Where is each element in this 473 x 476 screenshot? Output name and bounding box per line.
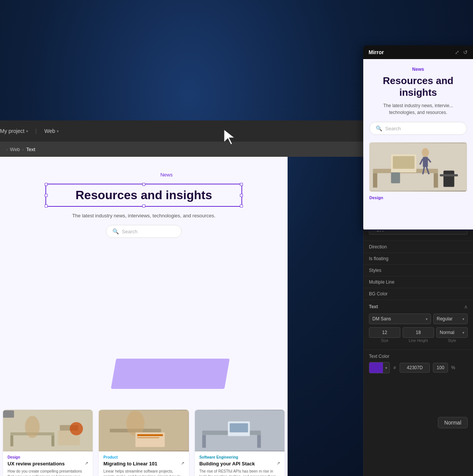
card-image-2 — [99, 410, 188, 451]
card-arrow-3: ↗ — [277, 461, 280, 466]
header-project[interactable]: My project ▾ — [0, 128, 28, 134]
direction-row: Direction — [364, 241, 473, 253]
svg-rect-28 — [391, 173, 400, 184]
card-arrow-2: ↗ — [181, 461, 184, 466]
card-title-2: Migrating to Linear 101 ↗ — [103, 461, 184, 467]
is-floating-row: Is floating — [364, 253, 473, 265]
mirror-title: Mirror — [369, 49, 384, 55]
canvas-title[interactable]: Resources and insights — [52, 188, 235, 202]
svg-rect-14 — [137, 437, 159, 438]
handle-br[interactable] — [240, 204, 243, 208]
header-web[interactable]: Web ▾ — [44, 128, 59, 134]
canvas-search-icon: 🔍 — [112, 228, 119, 234]
blog-card-2[interactable]: Product Migrating to Linear 101 ↗ Linear… — [99, 410, 188, 476]
font-family-chevron-icon: ▾ — [426, 317, 428, 321]
color-swatch-wrapper[interactable]: ▾ — [369, 362, 390, 373]
canvas-area: News Resources and insights The latest i… — [0, 157, 288, 476]
color-hash: # — [393, 365, 397, 370]
card-image-1 — [3, 410, 93, 451]
decorative-shape — [111, 359, 230, 389]
breadcrumb-sep1: › — [22, 147, 24, 152]
is-floating-label: Is floating — [369, 256, 388, 261]
card-category-1: Design — [8, 455, 88, 459]
canvas-news-label: News — [160, 172, 173, 178]
opacity-field[interactable]: 100 — [433, 363, 448, 373]
color-arrow-icon[interactable]: ▾ — [383, 366, 389, 370]
card-image-3 — [195, 410, 285, 451]
line-height-wrapper: 18 Line Height — [403, 327, 434, 343]
card-desc-1: How do you create compelling presentatio… — [8, 469, 88, 476]
mirror-heading-line2: insights — [369, 87, 467, 98]
line-height-label: Line Height — [403, 339, 434, 343]
line-height-field[interactable]: 18 — [403, 327, 434, 338]
color-swatch — [369, 362, 383, 373]
svg-rect-18 — [257, 435, 261, 448]
handle-ml[interactable] — [45, 194, 48, 197]
font-size-field[interactable]: 12 — [369, 327, 400, 338]
card-desc-2: Linear helps streamline software project… — [103, 469, 184, 476]
handle-tr[interactable] — [240, 183, 243, 186]
blog-card-3[interactable]: Software Engineering Building your API S… — [195, 410, 285, 476]
percent-label: % — [451, 365, 455, 370]
card-category-2: Product — [103, 455, 184, 459]
breadcrumb-arrow: › — [6, 147, 8, 152]
text-section-collapse-button[interactable]: ∧ — [464, 304, 468, 310]
svg-rect-3 — [51, 435, 54, 446]
mirror-search-text: Search — [385, 126, 401, 131]
text-section-title: Text — [369, 304, 378, 309]
svg-point-7 — [70, 422, 83, 435]
web-label: Web — [44, 128, 55, 134]
mirror-news-label: News — [369, 67, 467, 72]
handle-mr[interactable] — [240, 194, 243, 197]
mirror-search-icon: 🔍 — [376, 125, 382, 131]
card-category-3: Software Engineering — [199, 455, 280, 459]
bg-color-label: BG Color — [369, 291, 387, 297]
font-size-wrapper: 12 Size — [369, 327, 400, 343]
size-label: Size — [369, 339, 400, 343]
font-metrics-row: 12 Size 18 Line Height Normal ▾ Style — [369, 327, 468, 343]
card-body-2: Product Migrating to Linear 101 ↗ Linear… — [99, 451, 188, 476]
text-style-chevron-icon: ▾ — [462, 331, 464, 335]
svg-rect-24 — [373, 173, 377, 188]
cards-row: Design UX review presentations ↗ How do … — [0, 407, 288, 476]
text-style-value: Normal — [440, 330, 454, 335]
svg-rect-17 — [202, 435, 206, 448]
blog-card-1[interactable]: Design UX review presentations ↗ How do … — [3, 410, 93, 476]
canvas-subtitle: The latest industry news, interviews, te… — [72, 213, 216, 218]
breadcrumb-web[interactable]: Web — [10, 147, 20, 152]
card-arrow-1: ↗ — [85, 461, 88, 466]
mirror-panel: Mirror ⤢ ↺ News Resources and insights T… — [363, 45, 473, 231]
text-color-label: Text Color — [369, 354, 468, 359]
mirror-expand-icon[interactable]: ⤢ — [455, 49, 459, 55]
mirror-refresh-icon[interactable]: ↺ — [463, 49, 468, 55]
hex-value-field[interactable]: 42307D — [400, 363, 430, 373]
bg-color-row: BG Color — [364, 288, 473, 300]
color-section: Text Color ▾ # 42307D 100 % — [364, 350, 473, 377]
normal-badge: Normal — [438, 417, 468, 428]
card-desc-3: The rise of RESTful APIs has been m rise… — [199, 469, 280, 476]
card-title-1: UX review presentations ↗ — [8, 461, 88, 467]
color-row: ▾ # 42307D 100 % — [369, 362, 468, 373]
handle-tm[interactable] — [142, 183, 145, 186]
handle-tl[interactable] — [45, 183, 48, 186]
handle-bm[interactable] — [142, 204, 145, 208]
handle-bl[interactable] — [45, 204, 48, 208]
font-row: DM Sans ▾ Regular ▾ — [369, 314, 468, 324]
svg-rect-8 — [3, 410, 14, 418]
canvas-search-bar[interactable]: 🔍 Search — [106, 225, 182, 238]
styles-row: Styles — [364, 265, 473, 276]
text-section-header: Text ∧ — [369, 304, 468, 310]
svg-rect-20 — [230, 423, 248, 432]
svg-point-4 — [25, 416, 40, 438]
breadcrumb-text[interactable]: Text — [26, 147, 35, 152]
card-body-3: Software Engineering Building your API S… — [195, 451, 285, 476]
svg-rect-2 — [10, 435, 13, 446]
font-style-chevron-icon: ▾ — [462, 317, 464, 321]
svg-point-11 — [126, 410, 145, 436]
text-style-field[interactable]: Normal ▾ — [436, 327, 468, 338]
font-family-select[interactable]: DM Sans ▾ — [369, 314, 431, 324]
svg-point-32 — [422, 148, 429, 157]
font-style-select[interactable]: Regular ▾ — [433, 314, 468, 324]
styles-label: Styles — [369, 268, 381, 273]
mirror-search-bar[interactable]: 🔍 Search — [369, 122, 467, 135]
